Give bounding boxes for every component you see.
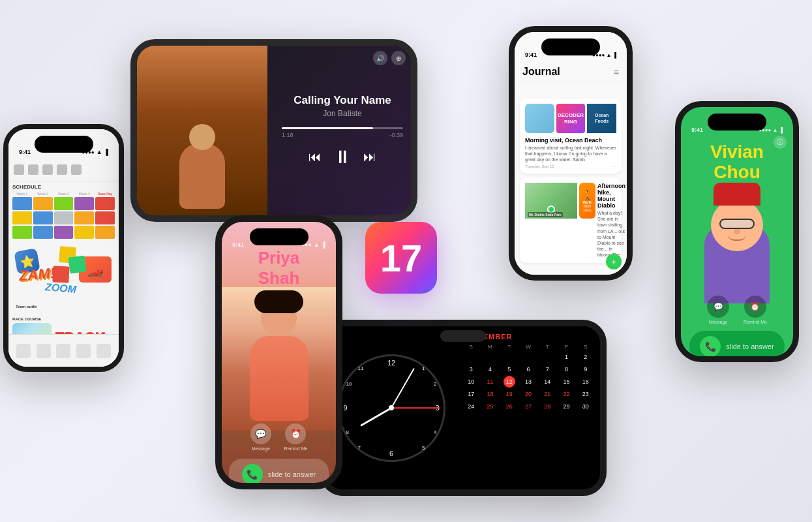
cal-day-15: 15 xyxy=(561,376,573,388)
cal-day-10: 10 xyxy=(465,376,477,388)
message-icon: 💬 xyxy=(250,423,271,444)
location-label: Mt. Diablo State Park xyxy=(528,212,563,217)
journal-title: Journal xyxy=(522,66,560,78)
vivian-slide-to-answer[interactable]: 📞 slide to answer xyxy=(689,331,784,357)
priya-call-actions: 💬 Message ⏰ Remind Me 📞 slide to answer xyxy=(222,431,336,483)
phone-1-screen: 9:41 ●●●● ▲ ▐ SCHEDULE xyxy=(8,129,119,367)
cal-day-1: 1 xyxy=(561,351,573,363)
cal-day-6: 6 xyxy=(522,363,534,375)
vivian-answer-button[interactable]: 📞 xyxy=(700,336,721,357)
entry-2-media: Mt. Diablo State Park 🚶 Walk 9560 steps … xyxy=(525,183,616,258)
music-controls-area: 🔊 ⊕ Calling Your Name Jon Batiste 1:18 -… xyxy=(274,46,411,215)
priya-head xyxy=(261,300,297,336)
track-word: TRACK xyxy=(54,329,104,335)
track-out-section: RACE COURSE TRACK OUT xyxy=(8,315,119,334)
map-widget: Mt. Diablo State Park xyxy=(525,183,577,219)
answer-phone-button[interactable]: 📞 xyxy=(242,464,263,483)
rewind-button[interactable]: ⏮ xyxy=(308,149,322,164)
journal-header: Journal ≡ xyxy=(515,61,627,82)
progress-fill xyxy=(282,127,373,129)
remind-action[interactable]: ⏰ Remind Me xyxy=(284,423,308,451)
toolbar-move-icon[interactable] xyxy=(42,164,53,175)
action-row: 💬 Message ⏰ Remind Me xyxy=(250,423,308,451)
battery-3: ▐ xyxy=(322,241,325,248)
team-outfit-label: Team outfit xyxy=(16,305,37,309)
vivian-remind-label: Remind Me xyxy=(744,320,767,324)
journal-entry-2: Mt. Diablo State Park 🚶 Walk 9560 steps … xyxy=(520,177,622,263)
priya-background xyxy=(222,287,336,431)
schedule-cell xyxy=(33,211,53,224)
tab-icon-2[interactable] xyxy=(37,344,51,358)
priya-body xyxy=(250,336,308,421)
tab-icon-3[interactable] xyxy=(56,344,70,358)
tab-icon-1[interactable] xyxy=(16,344,31,358)
status-time-6: 9:41 xyxy=(691,127,703,133)
message-action[interactable]: 💬 Message xyxy=(250,423,271,451)
walk-icon: 🚶 xyxy=(582,190,593,200)
fast-forward-button[interactable]: ⏭ xyxy=(363,149,376,164)
phone-4-screen: 9:41 ●●●● ▲ ▐ Journal ≡ xyxy=(515,32,627,275)
entry-1-more[interactable]: ··· xyxy=(613,164,616,168)
freeform-tabbar xyxy=(8,334,119,367)
cal-h-f: F xyxy=(557,343,575,350)
battery-4: ▐ xyxy=(612,52,616,58)
schedule-section: SCHEDULE Week 1 Week 2 Week 3 Week 4 Rac… xyxy=(8,181,119,244)
entry-2-text: What a day! She are in town visiting fro… xyxy=(597,210,625,258)
wifi-6: ▲ xyxy=(772,127,777,133)
toolbar-share-icon[interactable] xyxy=(28,164,38,175)
entry-1-images: DECODERRING OceanFoods xyxy=(525,104,616,133)
entry-1-date: Tuesday, Sep 12 ··· xyxy=(525,164,616,168)
cal-day-9: 9 xyxy=(580,363,592,375)
cal-day-19: 19 xyxy=(504,388,515,400)
hour-hand xyxy=(360,407,392,427)
cal-empty xyxy=(522,351,534,363)
clock-5: 5 xyxy=(422,445,425,451)
cal-day-29: 29 xyxy=(561,401,573,412)
cal-day-2: 2 xyxy=(580,351,592,363)
tab-icon-5[interactable] xyxy=(97,344,111,358)
toolbar-edit-icon[interactable] xyxy=(71,164,82,175)
minute-hand xyxy=(391,368,415,408)
cal-day-14: 14 xyxy=(541,376,553,388)
vivian-message-action[interactable]: 💬 Message xyxy=(707,296,729,324)
toolbar-more-icon[interactable] xyxy=(57,164,67,175)
cal-day-30: 30 xyxy=(580,401,592,412)
wifi-icon-1: ▲ xyxy=(97,149,102,155)
track-image xyxy=(12,323,52,334)
cal-empty xyxy=(484,351,496,363)
wifi-4: ▲ xyxy=(606,52,611,58)
journal-filter-icon[interactable]: ≡ xyxy=(614,67,619,77)
tab-icon-4[interactable] xyxy=(76,344,91,358)
dynamic-island-4 xyxy=(541,38,600,55)
race-course-label: RACE COURSE xyxy=(12,317,115,321)
add-entry-button[interactable]: + xyxy=(606,254,622,269)
artist-body xyxy=(179,144,225,209)
cal-day-5: 5 xyxy=(504,363,515,375)
schedule-cell xyxy=(33,197,53,210)
vivian-remind-action[interactable]: ⏰ Remind Me xyxy=(744,296,767,324)
dynamic-island-6 xyxy=(708,114,766,130)
status-time-1: 9:41 xyxy=(19,149,31,155)
slide-to-answer-3[interactable]: 📞 slide to answer xyxy=(229,459,329,483)
current-time: 1:18 xyxy=(282,132,293,138)
entry-2-text-area: Afternoon hike, Mount Diablo What a day!… xyxy=(597,183,625,258)
schedule-title: SCHEDULE xyxy=(12,184,115,190)
toolbar-back-icon[interactable] xyxy=(14,164,24,175)
freeform-content: SCHEDULE Week 1 Week 2 Week 3 Week 4 Rac… xyxy=(8,181,119,334)
dynamic-island-3 xyxy=(250,228,308,245)
progress-bar[interactable] xyxy=(282,127,403,129)
priya-hair xyxy=(254,290,303,313)
schedule-cell xyxy=(54,211,74,224)
phone-6-screen: 9:41 ●●●● ▲ ▐ ⓘ Vivian Chou xyxy=(681,107,793,356)
phone-journal: 9:41 ●●●● ▲ ▐ Journal ≡ xyxy=(509,26,633,281)
clock-6: 6 xyxy=(389,450,393,457)
ocean-label: OceanFoods xyxy=(587,104,616,133)
sticky-note-2 xyxy=(68,255,86,273)
slide-text-3: slide to answer xyxy=(268,470,316,478)
cal-day-18: 18 xyxy=(484,388,496,400)
cal-day-20: 20 xyxy=(522,388,534,400)
volume-icon[interactable]: 🔊 xyxy=(373,51,387,65)
pause-button[interactable]: ⏸ xyxy=(333,146,352,168)
more-icon[interactable]: ⊕ xyxy=(391,51,406,65)
cal-h-sa: S xyxy=(577,343,595,350)
